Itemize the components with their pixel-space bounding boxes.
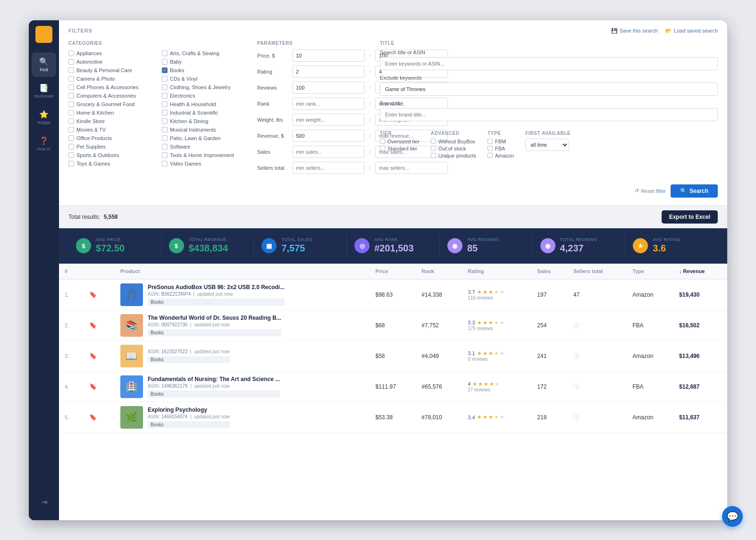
category-software[interactable]: Software: [162, 143, 248, 150]
out-of-stock-checkbox[interactable]: [431, 146, 436, 151]
sidebar-item-widget[interactable]: ⭐ Widget: [32, 105, 56, 130]
category-checkbox-tools[interactable]: [162, 152, 168, 158]
param-min-revenue[interactable]: [292, 130, 365, 142]
sidebar-item-bookmark[interactable]: 📑 Bookmark: [32, 79, 56, 103]
category-checkbox-appliances[interactable]: [68, 50, 74, 56]
category-office[interactable]: Office Products: [68, 134, 154, 142]
category-pet[interactable]: Pet Supplies: [68, 143, 154, 150]
category-checkbox-cell[interactable]: [68, 84, 74, 90]
category-checkbox-health[interactable]: [162, 101, 168, 107]
category-checkbox-toys[interactable]: [68, 161, 74, 166]
category-health[interactable]: Health & Household: [162, 100, 248, 108]
category-automotive[interactable]: Automotive: [68, 58, 154, 66]
category-movies[interactable]: Movies & TV: [68, 126, 154, 133]
col-price[interactable]: Price: [370, 264, 416, 279]
category-checkbox-video[interactable]: [162, 161, 168, 166]
chat-bubble[interactable]: 💬: [722, 506, 743, 527]
param-min-rank[interactable]: [292, 98, 365, 110]
category-checkbox-clothing[interactable]: [162, 84, 168, 90]
fbm-option[interactable]: FBM: [487, 139, 514, 144]
sidebar-item-logout[interactable]: ⇥: [32, 490, 56, 515]
category-patio[interactable]: Patio, Lawn & Garden: [162, 134, 248, 142]
search-title-input[interactable]: [380, 57, 718, 70]
category-checkbox-home[interactable]: [68, 110, 74, 116]
category-checkbox-movies[interactable]: [68, 127, 74, 133]
sidebar-item-find[interactable]: 🔍 Find: [32, 52, 56, 77]
oversized-tier-checkbox[interactable]: [380, 139, 385, 144]
category-kindle[interactable]: Kindle Store: [68, 117, 154, 125]
param-min-rating[interactable]: [292, 66, 365, 78]
sidebar-item-help[interactable]: ❓ How AI: [32, 132, 56, 156]
category-checkbox-kitchen[interactable]: [162, 118, 168, 124]
category-cds[interactable]: CDs & Vinyl: [162, 75, 248, 83]
category-checkbox-kindle[interactable]: [68, 118, 74, 124]
col-type[interactable]: Type: [627, 264, 673, 279]
param-min-sellers[interactable]: [292, 162, 365, 174]
col-rating[interactable]: Rating: [462, 264, 531, 279]
bookmark-btn-2[interactable]: 🔖: [89, 352, 97, 359]
col-revenue[interactable]: ↓ Revenue: [673, 264, 727, 279]
category-beauty[interactable]: Beauty & Personal Care: [68, 66, 154, 74]
unique-checkbox[interactable]: [431, 153, 436, 158]
category-checkbox-office[interactable]: [68, 135, 74, 141]
oversized-tier-option[interactable]: Oversized tier: [380, 139, 420, 144]
category-musical[interactable]: Musical Instruments: [162, 126, 248, 133]
category-camera[interactable]: Camera & Photo: [68, 75, 154, 83]
category-checkbox-arts[interactable]: [162, 50, 168, 56]
category-toys[interactable]: Toys & Games: [68, 160, 154, 167]
fba-option[interactable]: FBA: [487, 146, 514, 151]
export-button[interactable]: Export to Excel: [662, 210, 718, 224]
bookmark-btn-1[interactable]: 🔖: [89, 322, 97, 329]
standard-tier-option[interactable]: Standard tier: [380, 146, 420, 151]
category-checkbox-software[interactable]: [162, 144, 168, 150]
fba-checkbox[interactable]: [487, 146, 493, 151]
unique-option[interactable]: Unique products: [431, 153, 476, 158]
category-home[interactable]: Home & Kitchen: [68, 109, 154, 116]
category-checkbox-baby[interactable]: [162, 59, 168, 65]
category-checkbox-beauty[interactable]: [68, 67, 74, 73]
category-sports[interactable]: Sports & Outdoors: [68, 151, 154, 159]
category-checkbox-electronics[interactable]: [162, 93, 168, 99]
exclude-keywords-input[interactable]: [380, 83, 718, 96]
category-tools[interactable]: Tools & Home Improvement: [162, 151, 248, 159]
category-checkbox-patio[interactable]: [162, 135, 168, 141]
out-of-stock-option[interactable]: Out of stock: [431, 146, 476, 151]
search-button[interactable]: 🔍 Search: [671, 184, 718, 198]
category-checkbox-sports[interactable]: [68, 152, 74, 158]
amazon-option[interactable]: Amazon: [487, 153, 514, 158]
bookmark-btn-3[interactable]: 🔖: [89, 383, 97, 390]
category-checkbox-cds[interactable]: [162, 76, 168, 82]
category-checkbox-industrial[interactable]: [162, 110, 168, 116]
category-computers[interactable]: Computers & Accessories: [68, 92, 154, 100]
category-grocery[interactable]: Grocery & Gourmet Food: [68, 100, 154, 108]
category-checkbox-musical[interactable]: [162, 127, 168, 133]
category-checkbox-camera[interactable]: [68, 76, 74, 82]
category-industrial[interactable]: Industrial & Scientific: [162, 109, 248, 116]
category-appliances[interactable]: Appliances: [68, 50, 154, 57]
category-checkbox-computers[interactable]: [68, 93, 74, 99]
category-checkbox-grocery[interactable]: [68, 101, 74, 107]
category-checkbox-automotive[interactable]: [68, 59, 74, 65]
col-sales[interactable]: Sales: [531, 264, 568, 279]
category-kitchen[interactable]: Kitchen & Dining: [162, 117, 248, 125]
standard-tier-checkbox[interactable]: [380, 146, 385, 151]
reset-filter-button[interactable]: ↺ Reset filter: [635, 188, 666, 194]
category-checkbox-pet[interactable]: [68, 144, 74, 150]
category-electronics[interactable]: Electronics: [162, 92, 248, 100]
fbm-checkbox[interactable]: [487, 139, 493, 144]
param-min-sales[interactable]: [292, 146, 365, 158]
param-min-price[interactable]: [292, 50, 365, 62]
bookmark-btn-0[interactable]: 🔖: [89, 291, 97, 298]
save-search-button[interactable]: 💾 Save this search: [611, 28, 658, 34]
bookmark-btn-4[interactable]: 🔖: [89, 414, 97, 421]
col-sellers[interactable]: Sellers total: [568, 264, 627, 279]
param-min-reviews[interactable]: [292, 82, 365, 94]
category-baby[interactable]: Baby: [162, 58, 248, 66]
first-available-select[interactable]: all time last 30 days last 90 days last …: [525, 139, 569, 151]
category-video[interactable]: Video Games: [162, 160, 248, 167]
brand-title-input[interactable]: [380, 108, 718, 121]
no-buybox-checkbox[interactable]: [431, 139, 436, 144]
category-arts[interactable]: Arts, Crafts & Sewing: [162, 50, 248, 57]
load-search-button[interactable]: 📂 Load saved search: [665, 28, 718, 34]
no-buybox-option[interactable]: Without BuyBox: [431, 139, 476, 144]
